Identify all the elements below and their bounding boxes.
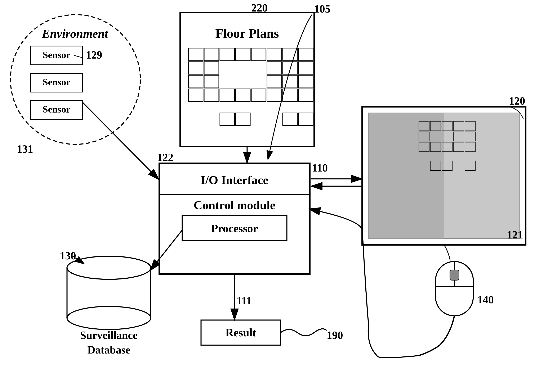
svg-rect-37 (251, 89, 266, 101)
svg-rect-71 (453, 142, 464, 152)
svg-text:140: 140 (477, 294, 494, 306)
svg-rect-73 (430, 161, 441, 170)
svg-rect-96 (201, 320, 281, 345)
svg-text:110: 110 (312, 162, 328, 174)
svg-rect-66 (453, 132, 464, 141)
svg-rect-4 (30, 46, 83, 65)
svg-line-95 (151, 230, 182, 270)
svg-text:Sensor: Sensor (43, 104, 71, 115)
svg-rect-25 (267, 62, 282, 74)
svg-rect-39 (283, 89, 297, 101)
svg-rect-70 (442, 142, 452, 152)
svg-text:Control module: Control module (194, 198, 275, 212)
svg-line-56 (83, 103, 158, 179)
svg-text:121: 121 (507, 229, 523, 241)
svg-point-3 (10, 15, 140, 144)
svg-text:120: 120 (509, 95, 525, 107)
svg-text:Sensor: Sensor (43, 49, 71, 60)
svg-rect-76 (465, 161, 475, 170)
svg-rect-61 (430, 121, 441, 131)
svg-rect-24 (204, 62, 219, 74)
svg-rect-15 (188, 48, 203, 61)
svg-text:131: 131 (17, 143, 33, 155)
svg-point-90 (67, 256, 151, 279)
svg-line-11 (74, 56, 82, 57)
svg-rect-18 (236, 48, 250, 61)
svg-rect-40 (298, 89, 313, 101)
svg-rect-69 (430, 142, 441, 152)
svg-rect-57 (362, 107, 526, 245)
svg-rect-26 (283, 62, 297, 74)
svg-text:111: 111 (237, 295, 252, 307)
svg-rect-28 (188, 75, 203, 88)
diagram: Environment Sensor Sensor Sensor 129 131… (0, 0, 548, 392)
svg-rect-32 (298, 75, 313, 88)
svg-text:Floor Plans: Floor Plans (215, 26, 279, 40)
svg-text:Database: Database (87, 344, 130, 356)
svg-point-86 (67, 256, 151, 279)
svg-rect-16 (204, 48, 219, 61)
svg-rect-38 (267, 89, 282, 101)
svg-rect-35 (220, 89, 235, 101)
svg-rect-67 (465, 132, 475, 141)
svg-text:122: 122 (157, 151, 173, 163)
svg-text:129: 129 (86, 49, 102, 61)
svg-rect-60 (419, 121, 429, 131)
svg-rect-43 (283, 113, 297, 126)
svg-text:Result: Result (225, 326, 256, 339)
svg-rect-13 (180, 13, 314, 147)
svg-rect-62 (442, 121, 452, 131)
svg-rect-74 (442, 161, 452, 170)
svg-rect-8 (30, 100, 83, 119)
svg-text:105: 105 (314, 3, 331, 15)
svg-rect-27 (298, 62, 313, 74)
svg-text:I/O Interface: I/O Interface (201, 173, 268, 187)
svg-rect-21 (283, 48, 297, 61)
svg-rect-84 (450, 270, 459, 280)
svg-rect-29 (204, 75, 219, 88)
svg-rect-36 (236, 89, 250, 101)
svg-rect-33 (188, 89, 203, 101)
svg-line-94 (71, 255, 84, 264)
svg-text:Sensor: Sensor (43, 77, 71, 87)
svg-rect-22 (298, 48, 313, 61)
svg-point-87 (67, 307, 151, 329)
svg-rect-72 (465, 142, 475, 152)
svg-rect-75 (465, 161, 475, 170)
svg-rect-20 (267, 48, 282, 61)
svg-rect-42 (236, 113, 250, 126)
diagram-svg: Environment Sensor Sensor Sensor 129 131… (0, 0, 548, 392)
svg-rect-23 (188, 62, 203, 74)
svg-rect-34 (204, 89, 219, 101)
svg-rect-81 (436, 261, 473, 316)
svg-rect-47 (159, 163, 310, 274)
svg-rect-59 (368, 113, 444, 238)
svg-rect-30 (267, 75, 282, 88)
svg-rect-68 (419, 142, 429, 152)
svg-rect-64 (465, 121, 475, 131)
svg-rect-19 (251, 48, 266, 61)
svg-rect-17 (220, 48, 235, 61)
svg-text:Surveillance: Surveillance (80, 329, 137, 341)
svg-text:Processor: Processor (211, 222, 258, 235)
svg-rect-51 (182, 216, 287, 241)
svg-rect-6 (30, 73, 83, 92)
svg-rect-31 (283, 75, 297, 88)
svg-text:220: 220 (251, 2, 268, 14)
environment-title: Environment (42, 27, 108, 40)
svg-rect-44 (298, 113, 313, 126)
svg-text:190: 190 (327, 329, 343, 341)
svg-text:130: 130 (60, 250, 76, 262)
svg-rect-65 (419, 132, 429, 141)
svg-rect-63 (453, 121, 464, 131)
svg-rect-41 (220, 113, 235, 126)
svg-rect-58 (368, 113, 519, 238)
